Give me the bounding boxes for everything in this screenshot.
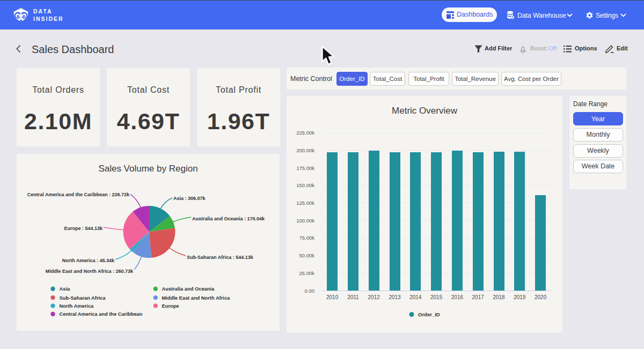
- svg-text:Asia : 306.07k: Asia : 306.07k: [173, 196, 206, 201]
- svg-text:Europe: Europe: [162, 303, 179, 309]
- svg-text:Australia and Oceania: Australia and Oceania: [162, 286, 215, 292]
- svg-text:North America : 45.34k: North America : 45.34k: [62, 258, 115, 263]
- svg-text:Asia: Asia: [60, 286, 70, 292]
- svg-text:North America: North America: [60, 303, 94, 309]
- svg-text:Sub-Saharan Africa: Sub-Saharan Africa: [60, 295, 106, 301]
- svg-text:Central America and the Caribb: Central America and the Caribbean: [60, 311, 143, 317]
- svg-text:Middle East and North Africa :: Middle East and North Africa : 260.73k: [46, 269, 134, 274]
- svg-text:Central America and the Caribb: Central America and the Caribbean : 226.…: [27, 192, 130, 197]
- svg-text:Sub-Saharan Africa : 544.13k: Sub-Saharan Africa : 544.13k: [187, 255, 254, 260]
- svg-text:Australia and Oceania : 170.04: Australia and Oceania : 170.04k: [192, 216, 265, 221]
- svg-text:Order_ID: Order_ID: [418, 311, 440, 317]
- svg-text:Europe : 544.13k: Europe : 544.13k: [64, 226, 103, 231]
- svg-text:Sales Volume by Region: Sales Volume by Region: [98, 164, 197, 174]
- svg-text:Middle East and North Africa: Middle East and North Africa: [162, 295, 231, 301]
